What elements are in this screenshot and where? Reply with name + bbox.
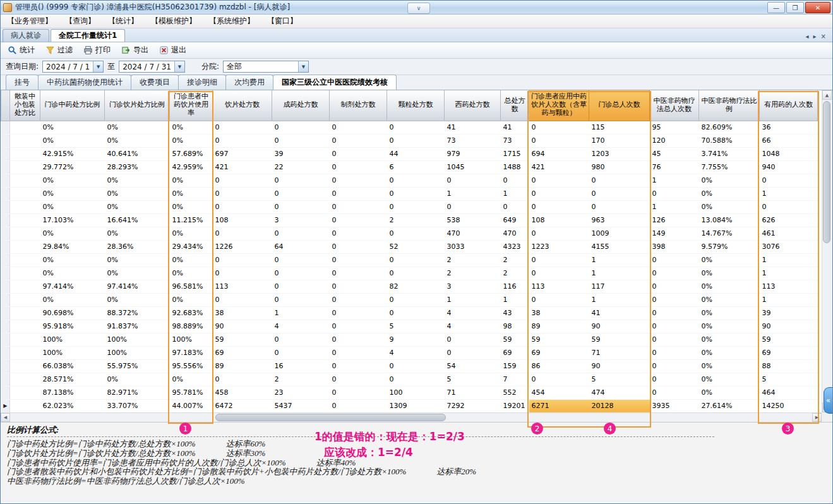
maximize-button[interactable]: ❐ <box>786 2 804 13</box>
filter-button[interactable]: 过滤 <box>42 44 78 57</box>
column-header[interactable]: 门诊总人次数 <box>589 90 650 121</box>
row-selector[interactable] <box>1 280 10 293</box>
row-selector[interactable] <box>1 227 10 240</box>
column-header[interactable]: 门诊饮片处方比例 <box>105 90 170 121</box>
table-row[interactable]: 0%0%0%0000000010%0 <box>1 200 818 213</box>
select-all-header[interactable] <box>1 90 10 121</box>
menu-item[interactable]: 【窗口】 <box>266 15 299 28</box>
row-selector[interactable] <box>1 386 10 399</box>
chevron-down-icon[interactable]: ▼ <box>93 61 103 72</box>
horizontal-scrollbar[interactable]: ◀ ▶ <box>1 412 822 422</box>
column-header[interactable]: 成药处方数 <box>272 90 330 121</box>
table-row[interactable]: 95.918%91.837%98.889%90405498899000%90 <box>1 320 818 333</box>
date-from-input[interactable]: 2024 / 7 / 1 ▼ <box>42 61 104 73</box>
menu-item[interactable]: 【模板维护】 <box>150 15 198 28</box>
row-selector[interactable] <box>1 306 10 320</box>
row-selector[interactable] <box>1 200 10 213</box>
row-selector[interactable] <box>1 240 10 253</box>
column-header[interactable]: 门诊中药处方比例 <box>40 90 105 121</box>
table-row[interactable]: 66.038%55.975%95.556%89160054159869000%8… <box>1 359 818 373</box>
row-selector[interactable] <box>1 346 10 359</box>
column-header[interactable]: 中医非药物疗法比例 <box>699 90 760 121</box>
table-row[interactable]: ▶62.023%33.707%44.007%647254370130972921… <box>1 399 818 412</box>
row-selector[interactable] <box>1 359 10 373</box>
table-row[interactable]: 90.698%88.372%92.683%38100443384100%39 <box>1 306 818 320</box>
column-header[interactable]: 门诊患者中药饮片使用率 <box>170 90 213 121</box>
column-header[interactable]: 西药处方数 <box>445 90 501 121</box>
chevron-down-icon[interactable]: ▼ <box>174 61 184 72</box>
close-button[interactable]: ✕ <box>805 2 830 13</box>
menu-item[interactable]: 【统计】 <box>107 15 140 28</box>
branch-select[interactable]: 全部 ▼ <box>223 61 309 73</box>
table-row[interactable]: 0%0%0%0000220100%1 <box>1 253 818 267</box>
minimize-button[interactable]: — <box>767 2 785 13</box>
column-header[interactable]: 饮片处方数 <box>213 90 272 121</box>
sub-tab[interactable]: 接诊明细 <box>178 75 226 90</box>
tab-scroll-left-icon[interactable]: ◂ <box>806 33 809 40</box>
scroll-up-icon[interactable]: ▲ <box>822 90 832 100</box>
sub-tab[interactable]: 中药抗菌药物使用统计 <box>38 75 131 90</box>
date-to-input[interactable]: 2024 / 7 / 31 ▼ <box>119 61 185 73</box>
table-row[interactable]: 29.772%28.293%42.959%4212206104514884219… <box>1 160 818 174</box>
row-selector[interactable] <box>1 147 10 160</box>
table-row[interactable]: 0%0%0%0000000010%0 <box>1 174 818 187</box>
menu-item[interactable]: 【系统维护】 <box>208 15 256 28</box>
table-row[interactable]: 0%0%0%0000414101159582.609%36 <box>1 121 818 134</box>
scroll-right-icon[interactable]: ▶ <box>812 413 822 422</box>
sub-tab[interactable]: 挂号 <box>6 75 39 90</box>
table-row[interactable]: 97.414%97.414%96.581%1130082311611311700… <box>1 280 818 293</box>
table-row[interactable]: 0%0%0%0000110100%1 <box>1 293 818 306</box>
sub-tab[interactable]: 收费项目 <box>131 75 179 90</box>
collapse-toolbar-button[interactable]: ∨ <box>407 3 430 14</box>
dock-panel-handle[interactable]: « <box>824 387 832 414</box>
export-button[interactable]: 导出 <box>118 44 153 57</box>
row-selector[interactable] <box>1 267 10 280</box>
table-row[interactable]: 28.571%0%0%0200570500%5 <box>1 373 818 386</box>
doc-tab[interactable]: 病人就诊 <box>3 29 49 42</box>
table-row[interactable]: 0%0%0%00007373017012070.588%66 <box>1 134 818 147</box>
row-selector[interactable]: ▶ <box>1 399 10 412</box>
table-row[interactable]: 17.103%16.641%11.215%1083025386491089631… <box>1 213 818 227</box>
table-row[interactable]: 0%0%0%0000220100%1 <box>1 267 818 280</box>
doc-tab[interactable]: 全院工作量统计1 <box>51 29 125 42</box>
column-header[interactable]: 制剂处方数 <box>330 90 387 121</box>
column-header[interactable]: 门诊患者应用中药饮片人次数（含草药与颗粒） <box>529 90 589 121</box>
tab-close-icon[interactable]: × <box>821 33 826 40</box>
vertical-scroll-thumb[interactable] <box>823 101 830 243</box>
chevron-down-icon[interactable]: ▼ <box>298 61 308 72</box>
column-header[interactable]: 有用药的人次数 <box>760 90 818 121</box>
scroll-left-icon[interactable]: ◀ <box>1 413 10 422</box>
row-selector[interactable] <box>1 293 10 306</box>
table-row[interactable]: 42.915%40.641%57.689%6973904497917156941… <box>1 147 818 160</box>
horizontal-scroll-thumb[interactable] <box>215 414 446 421</box>
row-selector[interactable] <box>1 160 10 174</box>
sub-tab[interactable]: 国家三级公立中医医院绩效考核 <box>273 75 397 90</box>
row-selector[interactable] <box>1 373 10 386</box>
table-row[interactable]: 100%100%100%59009059595900%59 <box>1 333 818 346</box>
row-selector[interactable] <box>1 320 10 333</box>
row-selector[interactable] <box>1 121 10 134</box>
row-selector[interactable] <box>1 174 10 187</box>
row-selector[interactable] <box>1 253 10 267</box>
row-selector[interactable] <box>1 134 10 147</box>
print-button[interactable]: 打印 <box>80 44 116 57</box>
menu-item[interactable]: 【业务管理】 <box>6 15 54 28</box>
column-header[interactable]: 中医非药物疗法总人次数 <box>650 90 699 121</box>
column-header[interactable]: 总处方数 <box>501 90 529 121</box>
row-selector[interactable] <box>1 187 10 200</box>
menu-item[interactable]: 【查询】 <box>64 15 97 28</box>
row-selector[interactable] <box>1 213 10 227</box>
column-header[interactable]: 散装中小包装处方比 <box>10 90 40 121</box>
tab-scroll-right-icon[interactable]: ▸ <box>813 33 817 40</box>
row-selector[interactable] <box>1 333 10 346</box>
stat-button[interactable]: 统计 <box>4 44 40 57</box>
table-row[interactable]: 0%0%0%00004704700100914914.767%461 <box>1 227 818 240</box>
column-header[interactable]: 颗粒处方数 <box>387 90 445 121</box>
exit-button[interactable]: 退出 <box>156 44 191 57</box>
table-row[interactable]: 100%100%97.183%69004069697100%69 <box>1 346 818 359</box>
sub-tab[interactable]: 次均费用 <box>225 75 273 90</box>
table-row[interactable]: 0%0%0%0000110000%1 <box>1 187 818 200</box>
table-row[interactable]: 29.84%28.36%29.434%122664052303343231223… <box>1 240 818 253</box>
vertical-scrollbar[interactable]: ▲ ▼ <box>822 90 831 412</box>
table-row[interactable]: 87.138%82.971%95.781%4582301007155245447… <box>1 386 818 399</box>
